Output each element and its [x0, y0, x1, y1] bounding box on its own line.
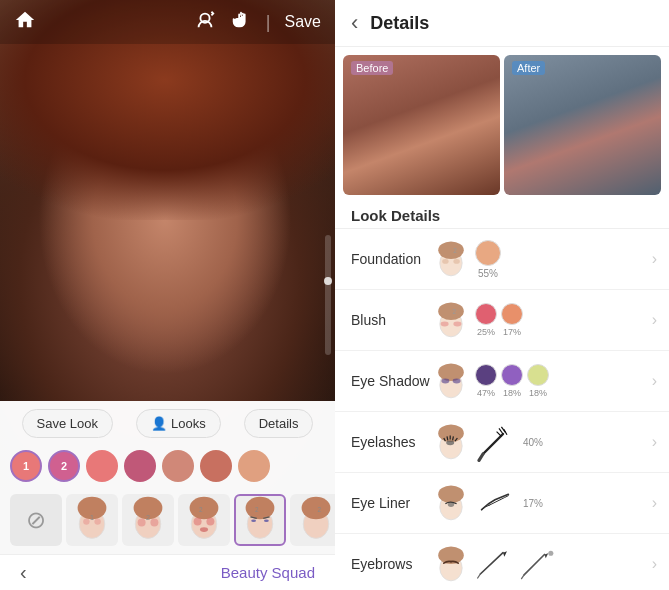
- color-swatch-2[interactable]: 2: [48, 450, 80, 482]
- svg-point-56: [438, 485, 464, 503]
- face-option-1[interactable]: 1: [66, 494, 118, 546]
- eyebrows-row[interactable]: Eyebrows: [335, 534, 669, 590]
- eye-shadow-row[interactable]: Eye Shadow 47% 18% 18%: [335, 351, 669, 412]
- svg-point-40: [453, 379, 461, 384]
- color-swatch-3[interactable]: [86, 450, 118, 482]
- face-option-none[interactable]: ⊘: [10, 494, 62, 546]
- svg-point-22: [251, 520, 256, 522]
- left-panel: | Save Save Look 👤 Looks Details 1 2: [0, 0, 335, 590]
- blush-row[interactable]: Blush 2 25% 17% ›: [335, 290, 669, 351]
- svg-point-34: [441, 322, 449, 327]
- eye-shadow-chevron: ›: [652, 372, 657, 390]
- blush-swatch2: 17%: [501, 303, 523, 337]
- blush-face-icon: 2: [431, 300, 471, 340]
- svg-line-63: [524, 554, 544, 574]
- eye-shadow-label: Eye Shadow: [351, 373, 431, 389]
- svg-text:2: 2: [317, 506, 321, 513]
- svg-text:2: 2: [453, 247, 457, 254]
- brow-pencil-2-icon: [519, 544, 554, 584]
- blush-pct-1: 25%: [477, 327, 495, 337]
- home-icon[interactable]: [14, 9, 36, 36]
- blush-chevron: ›: [652, 311, 657, 329]
- svg-point-15: [206, 518, 214, 526]
- back-arrow[interactable]: ‹: [351, 10, 358, 36]
- vertical-slider[interactable]: [325, 235, 331, 355]
- svg-line-52: [497, 432, 502, 437]
- color-swatch-4[interactable]: [124, 450, 156, 482]
- before-label: Before: [351, 61, 393, 75]
- svg-point-25: [302, 497, 331, 519]
- eyeshadow-pct-1: 47%: [477, 388, 495, 398]
- svg-point-66: [548, 551, 553, 556]
- color-swatch-6[interactable]: [200, 450, 232, 482]
- eyebrows-chevron: ›: [652, 555, 657, 573]
- back-button-left[interactable]: ‹: [20, 561, 27, 584]
- eyelashes-pct: 40%: [523, 437, 543, 448]
- foundation-icons: 2 55%: [431, 239, 653, 279]
- color-swatch-7[interactable]: [238, 450, 270, 482]
- right-topbar: ‹ Details: [335, 0, 669, 47]
- eyebrows-label: Eyebrows: [351, 556, 431, 572]
- before-image: Before: [343, 55, 500, 195]
- eyeshadow-color-1: [475, 364, 497, 386]
- save-look-button[interactable]: Save Look: [22, 409, 113, 438]
- svg-point-5: [94, 518, 100, 524]
- after-label: After: [512, 61, 545, 75]
- svg-point-14: [194, 518, 202, 526]
- svg-point-10: [150, 518, 158, 526]
- svg-text:2: 2: [255, 506, 259, 513]
- liner-brush-icon: [475, 483, 515, 523]
- looks-button[interactable]: 👤 Looks: [136, 409, 221, 438]
- svg-point-48: [446, 440, 454, 445]
- svg-text:2: 2: [199, 506, 203, 513]
- details-button[interactable]: Details: [244, 409, 314, 438]
- eyeshadow-pct-2: 18%: [503, 388, 521, 398]
- details-list: Foundation 2 55% › Blush: [335, 229, 669, 590]
- right-panel: ‹ Details Before After Look Details Foun…: [335, 0, 669, 590]
- before-face-bg: [343, 55, 500, 195]
- svg-point-30: [453, 259, 459, 264]
- beauty-squad-label[interactable]: Beauty Squad: [221, 564, 315, 581]
- face-option-4[interactable]: 2: [234, 494, 286, 546]
- left-bottom-controls: Save Look 👤 Looks Details 1 2: [0, 401, 335, 590]
- svg-point-4: [83, 518, 89, 524]
- svg-point-39: [441, 379, 449, 384]
- before-after-row: Before After: [335, 47, 669, 199]
- blush-label: Blush: [351, 312, 431, 328]
- foundation-pct: 55%: [478, 268, 498, 279]
- svg-text:2: 2: [146, 513, 150, 522]
- foundation-color-swatch: [475, 240, 501, 266]
- eye-liner-eye-icon: [431, 483, 471, 523]
- eyelashes-row[interactable]: Eyelashes: [335, 412, 669, 473]
- foundation-row[interactable]: Foundation 2 55% ›: [335, 229, 669, 290]
- svg-point-23: [264, 520, 269, 522]
- eye-liner-row[interactable]: Eye Liner 17%: [335, 473, 669, 534]
- eye-liner-pct-group: 17%: [523, 498, 543, 509]
- after-image: After: [504, 55, 661, 195]
- blush-swatch1: 25%: [475, 303, 497, 337]
- svg-line-62: [478, 574, 481, 578]
- face-refresh-icon[interactable]: [194, 9, 216, 36]
- divider: |: [266, 12, 271, 33]
- svg-point-33: [438, 302, 464, 320]
- svg-point-35: [453, 322, 461, 327]
- save-button[interactable]: Save: [285, 13, 321, 31]
- face-option-3[interactable]: 2: [178, 494, 230, 546]
- hand-icon[interactable]: [230, 9, 252, 36]
- slider-thumb: [324, 277, 332, 285]
- svg-line-60: [480, 553, 503, 574]
- svg-point-29: [442, 259, 448, 264]
- eyeshadow-color-3: [527, 364, 549, 386]
- svg-point-42: [438, 424, 464, 442]
- after-face-bg: [504, 55, 661, 195]
- svg-line-65: [522, 575, 525, 579]
- svg-point-12: [190, 497, 219, 519]
- blush-pct-2: 17%: [503, 327, 521, 337]
- color-swatch-1[interactable]: 1: [10, 450, 42, 482]
- blush-color-1: [475, 303, 497, 325]
- color-swatch-5[interactable]: [162, 450, 194, 482]
- face-option-5[interactable]: 2: [290, 494, 335, 546]
- face-option-2[interactable]: 2: [122, 494, 174, 546]
- svg-line-44: [447, 436, 448, 440]
- svg-line-50: [479, 454, 483, 460]
